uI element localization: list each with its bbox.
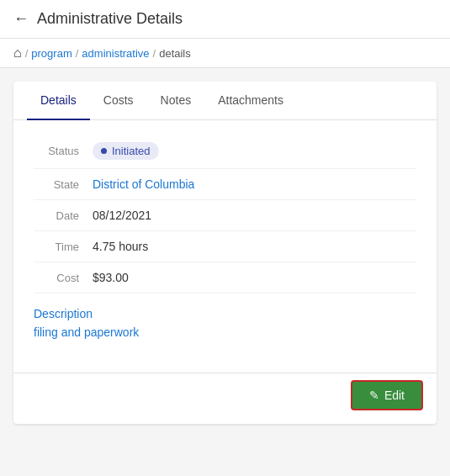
edit-button[interactable]: ✎ Edit (351, 380, 423, 410)
card-content: Status Initiated State District of Colum… (13, 120, 437, 359)
page-header: ← Administrative Details (0, 0, 450, 39)
cost-label: Cost (34, 272, 93, 284)
breadcrumb-program[interactable]: program (31, 47, 71, 60)
status-badge: Initiated (93, 142, 159, 160)
edit-icon: ✎ (369, 389, 379, 402)
breadcrumb-sep-1: / (25, 47, 29, 60)
tab-costs[interactable]: Costs (90, 82, 147, 120)
state-value[interactable]: District of Columbia (93, 177, 194, 191)
state-label: State (34, 178, 93, 191)
description-text: filing and paperwork (34, 325, 416, 339)
edit-label: Edit (384, 389, 405, 402)
breadcrumb-sep-2: / (76, 47, 79, 60)
time-value: 4.75 hours (93, 240, 148, 253)
tab-bar: Details Costs Notes Attachments (13, 82, 437, 120)
date-label: Date (34, 209, 93, 222)
description-label: Description (34, 307, 416, 320)
status-label: Status (34, 145, 93, 157)
time-label: Time (34, 241, 93, 253)
status-row: Status Initiated (34, 134, 416, 169)
home-icon[interactable]: ⌂ (13, 45, 22, 61)
tab-attachments[interactable]: Attachments (204, 82, 297, 120)
tab-details[interactable]: Details (27, 82, 90, 120)
state-row: State District of Columbia (34, 169, 416, 200)
back-button[interactable]: ← (13, 10, 29, 28)
date-row: Date 08/12/2021 (34, 200, 416, 231)
status-dot (101, 148, 107, 154)
breadcrumb-details: details (159, 47, 191, 60)
date-value: 08/12/2021 (93, 209, 151, 222)
breadcrumb: ⌂ / program / administrative / details (0, 39, 450, 68)
breadcrumb-administrative[interactable]: administrative (82, 47, 149, 60)
tab-notes[interactable]: Notes (147, 82, 205, 120)
main-card: Details Costs Notes Attachments Status I… (13, 82, 437, 424)
status-value: Initiated (112, 145, 151, 157)
description-section: Description filing and paperwork (34, 307, 416, 339)
breadcrumb-sep-3: / (153, 47, 156, 60)
card-footer: ✎ Edit (13, 373, 437, 424)
back-icon: ← (13, 10, 29, 28)
page-title: Administrative Details (37, 10, 183, 28)
cost-row: Cost $93.00 (34, 262, 416, 294)
time-row: Time 4.75 hours (34, 231, 416, 262)
cost-value: $93.00 (93, 271, 129, 284)
